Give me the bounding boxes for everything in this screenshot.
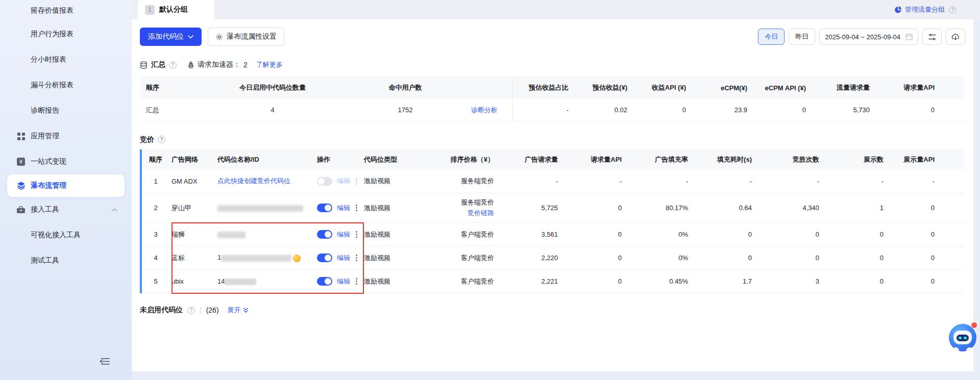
- more-actions-icon[interactable]: [355, 254, 358, 262]
- sidebar-item-label: 分小时报表: [31, 55, 66, 64]
- edit-link[interactable]: 编辑: [337, 204, 350, 213]
- column-header: 展示量API: [884, 149, 964, 170]
- divider: |: [200, 306, 202, 314]
- column-header: 收益API (¥): [627, 77, 686, 99]
- diagnose-link[interactable]: 诊断分析: [471, 106, 498, 114]
- manage-area: 管理流量分组 ?: [894, 0, 980, 19]
- pie-chart-icon: [894, 6, 902, 14]
- sidebar-item-hourly-report[interactable]: 分小时报表: [0, 47, 132, 72]
- more-actions-icon[interactable]: [355, 230, 358, 239]
- edit-link[interactable]: 编辑: [337, 176, 350, 186]
- cell: 编辑: [317, 246, 364, 270]
- yesterday-button[interactable]: 昨日: [789, 29, 815, 45]
- today-button[interactable]: 今日: [758, 29, 785, 45]
- column-header: 命中用户数: [354, 77, 456, 99]
- edit-link[interactable]: 编辑: [337, 254, 350, 263]
- cell: GM ADX: [172, 170, 217, 193]
- more-actions-icon[interactable]: [355, 277, 358, 286]
- sidebar-item-integration-tools[interactable]: 接入工具: [0, 197, 132, 222]
- enable-toggle[interactable]: [317, 277, 332, 286]
- help-icon[interactable]: ?: [158, 136, 165, 143]
- cell: -: [512, 99, 569, 121]
- cell: 0%: [622, 246, 688, 270]
- cell: 编辑: [317, 223, 364, 246]
- enable-toggle[interactable]: [317, 230, 332, 239]
- disabled-placements-section: 未启用代码位 ? | (26) 展开: [140, 306, 965, 315]
- group-count-badge: 1: [145, 5, 155, 15]
- cell: ubix: [172, 270, 217, 293]
- bidding-chain-link[interactable]: 竞价链路: [468, 209, 494, 217]
- sidebar-item-retention-report[interactable]: 留存价值报表: [0, 0, 132, 21]
- page: 留存价值报表 用户行为报表 分小时报表 漏斗分析报表 诊断报告 应用管理 ¥ 一…: [0, 0, 980, 380]
- summary-data-row: 汇总 4 1752 诊断分析 - 0.02 0 23.9 0 5,730 0: [140, 99, 964, 121]
- cell: -: [688, 170, 752, 193]
- sidebar-item-one-stop-monetization[interactable]: ¥ 一站式变现: [0, 149, 132, 174]
- enable-toggle[interactable]: [317, 177, 332, 186]
- sidebar-item-diagnosis-report[interactable]: 诊断报告: [0, 98, 132, 123]
- gear-icon: [215, 33, 223, 41]
- sliders-icon: [928, 34, 936, 40]
- summary-title: 汇总: [151, 60, 165, 69]
- cell: 0.02: [569, 99, 627, 121]
- sidebar-item-funnel-report[interactable]: 漏斗分析报表: [0, 72, 132, 98]
- chevron-up-icon[interactable]: [112, 208, 117, 212]
- masked-placement-id: [221, 255, 291, 262]
- help-icon[interactable]: ?: [949, 6, 957, 14]
- cell: 客户端竞价: [435, 246, 494, 270]
- sidebar-item-user-behavior-report[interactable]: 用户行为报表: [0, 21, 132, 47]
- rocket-icon: [187, 61, 194, 69]
- more-actions-icon[interactable]: [355, 204, 358, 212]
- sidebar-item-waterfall-management[interactable]: 瀑布流管理: [7, 174, 125, 197]
- sidebar-item-test-tool[interactable]: 测试工具: [0, 248, 132, 273]
- cell: 0%: [622, 223, 688, 246]
- cell: -: [622, 170, 688, 193]
- cell: -: [558, 170, 622, 193]
- sidebar-item-label: 瀑布流管理: [31, 181, 66, 190]
- grid-icon: [16, 132, 26, 141]
- enable-toggle[interactable]: [317, 204, 332, 212]
- tab-default-group[interactable]: 1 默认分组: [138, 0, 214, 19]
- cell: 0: [558, 270, 622, 293]
- table-row: 5 ubix 14 编辑 激励视频 客户端竞价 2,221: [140, 270, 964, 293]
- cell: 3: [752, 270, 819, 293]
- column-spacer: [456, 77, 512, 99]
- chat-assistant-widget[interactable]: [949, 322, 978, 352]
- help-icon[interactable]: ?: [187, 307, 195, 314]
- help-icon[interactable]: ?: [169, 61, 177, 69]
- cell: 激励视频: [364, 246, 435, 270]
- edit-link[interactable]: 编辑: [337, 277, 350, 286]
- sidebar-item-app-management[interactable]: 应用管理: [0, 123, 132, 149]
- accelerator-label: 请求加速器：: [198, 60, 240, 69]
- learn-more-link[interactable]: 了解更多: [256, 60, 283, 69]
- expand-link[interactable]: 展开: [228, 306, 249, 315]
- cell: 0.45%: [622, 270, 688, 293]
- date-range-picker[interactable]: 2025-09-04 ~ 2025-09-04: [819, 29, 918, 45]
- more-actions-icon[interactable]: [355, 177, 358, 186]
- bidding-header-row: 顺序 广告网络 代码位名称/ID 操作 代码位类型 排序价格（¥） 广告请求量 …: [140, 149, 964, 170]
- layers-icon: [16, 181, 26, 190]
- enable-toggle[interactable]: [317, 254, 332, 262]
- sidebar-item-label: 可视化接入工具: [31, 231, 81, 240]
- table-row: 4 蓝标 1 编辑 激励视频 客户端竞价 2,220: [140, 246, 964, 270]
- collapse-sidebar-button[interactable]: [98, 356, 111, 367]
- cell: 5,730: [806, 99, 870, 121]
- column-header: 广告请求量: [494, 149, 558, 170]
- cell: 穿山甲: [172, 193, 217, 223]
- waterfall-settings-button[interactable]: 瀑布流属性设置: [208, 28, 284, 46]
- sidebar: 留存价值报表 用户行为报表 分小时报表 漏斗分析报表 诊断报告 应用管理 ¥ 一…: [0, 0, 132, 380]
- manage-traffic-groups-link[interactable]: 管理流量分组: [894, 5, 945, 14]
- export-button[interactable]: [946, 29, 965, 45]
- cell: 0: [884, 223, 964, 246]
- toolbox-icon: [16, 205, 26, 214]
- cell: 0: [752, 223, 819, 246]
- add-placement-button[interactable]: 添加代码位: [140, 28, 202, 46]
- tab-label: 默认分组: [159, 5, 188, 14]
- date-range-value: 2025-09-04 ~ 2025-09-04: [825, 33, 900, 41]
- edit-link[interactable]: 编辑: [337, 230, 350, 239]
- create-bidding-placement-link[interactable]: 点此快捷创建竞价代码位: [217, 177, 290, 185]
- column-header: 顺序: [140, 149, 172, 170]
- sidebar-item-visual-integration-tool[interactable]: 可视化接入工具: [0, 222, 132, 248]
- filter-columns-button[interactable]: [922, 29, 942, 45]
- main-content: 添加代码位 瀑布流属性设置 今日 昨日 2025-09-04 ~ 2025-09…: [132, 19, 973, 371]
- cell: 编辑: [317, 193, 364, 223]
